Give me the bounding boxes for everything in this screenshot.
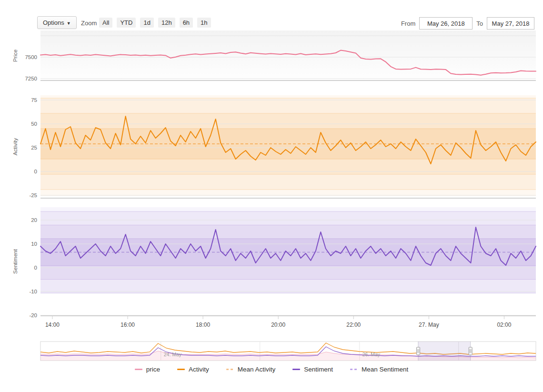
legend-item-sentiment[interactable]: Sentiment [292, 366, 333, 373]
y-tick-label: -25 [29, 192, 37, 198]
x-tick-label: 22:00 [346, 322, 361, 328]
navigator-handle-left[interactable] [417, 347, 420, 355]
x-tick-label: 02:00 [497, 322, 511, 328]
price-swatch-icon [135, 369, 142, 370]
charts-canvas[interactable]: 75007250Price7550250-25Activity20100-10-… [0, 0, 543, 365]
y-tick-label: 7500 [25, 54, 37, 60]
navigator-selection[interactable] [418, 342, 471, 361]
y-axis-title: Price [12, 50, 18, 62]
nav-date-label: 24. May [164, 352, 182, 357]
panel-sentiment[interactable]: 20100-10-20Sentiment [12, 207, 536, 318]
x-tick-label: 18:00 [196, 322, 210, 328]
y-tick-label: 0 [34, 265, 37, 271]
stock-chart-app: Options▼ Zoom All YTD 1d 12h 6h 1h From … [0, 0, 543, 392]
legend-label: Mean Sentiment [362, 366, 408, 373]
legend-label: Mean Activity [238, 366, 276, 373]
y-tick-label: 0 [34, 169, 37, 174]
legend-item-price[interactable]: price [135, 366, 160, 373]
nav-date-label: 26. May [362, 352, 381, 357]
legend-label: Activity [189, 366, 209, 373]
mean-sentiment-swatch-icon [350, 369, 358, 370]
legend-label: Sentiment [304, 366, 333, 373]
panel-activity[interactable]: 7550250-25Activity [12, 95, 536, 198]
mean-activity-swatch-icon [226, 369, 234, 370]
navigator-handle-right[interactable] [469, 347, 472, 355]
y-tick-label: 25 [31, 145, 37, 151]
panel-price[interactable]: 75007250Price [12, 30, 536, 81]
navigator[interactable]: 24. May26. May [40, 342, 536, 361]
y-tick-label: -10 [29, 289, 37, 294]
legend: price Activity Mean Activity Sentiment M… [0, 366, 543, 373]
y-axis-title: Sentiment [12, 249, 18, 274]
legend-item-activity[interactable]: Activity [177, 366, 209, 373]
activity-swatch-icon [177, 369, 185, 370]
legend-item-mean-sentiment[interactable]: Mean Sentiment [350, 366, 408, 373]
legend-item-mean-activity[interactable]: Mean Activity [226, 366, 276, 373]
y-tick-label: -20 [29, 312, 37, 318]
y-tick-label: 7250 [25, 76, 37, 81]
y-tick-label: 50 [31, 121, 37, 127]
x-axis: 14:0016:0018:0020:0022:0027. May02:00 [45, 316, 512, 328]
y-tick-label: 20 [31, 217, 37, 223]
legend-label: price [146, 366, 160, 373]
sentiment-swatch-icon [292, 369, 300, 370]
x-tick-label: 14:00 [45, 322, 60, 328]
y-tick-label: 75 [31, 97, 37, 103]
x-tick-label: 20:00 [271, 322, 285, 328]
x-tick-label: 27. May [419, 322, 439, 328]
y-tick-label: 10 [31, 241, 37, 247]
y-axis-title: Activity [12, 138, 18, 156]
x-tick-label: 16:00 [121, 322, 135, 328]
